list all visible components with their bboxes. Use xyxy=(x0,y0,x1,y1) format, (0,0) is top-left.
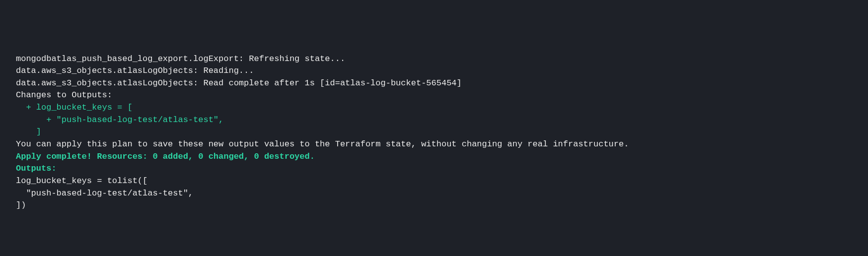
apply-complete-text: Apply complete! Resources: 0 added, 0 ch… xyxy=(16,151,868,163)
output-var-close: ]) xyxy=(16,199,868,212)
terraform-refresh-line: mongodbatlas_push_based_log_export.logEx… xyxy=(16,53,868,65)
changes-output-value: + "push-based-log-test/atlas-test", xyxy=(16,114,868,127)
terminal-output: mongodbatlas_push_based_log_export.logEx… xyxy=(16,53,868,212)
apply-hint-text: You can apply this plan to save these ne… xyxy=(16,138,868,151)
output-var-line: log_bucket_keys = tolist([ xyxy=(16,175,868,188)
changes-output-line: + log_bucket_keys = [ xyxy=(16,102,868,114)
output-var-value: "push-based-log-test/atlas-test", xyxy=(16,188,868,200)
outputs-header: Outputs: xyxy=(16,163,868,175)
terraform-read-complete-line: data.aws_s3_objects.atlasLogObjects: Rea… xyxy=(16,77,868,90)
changes-output-close: ] xyxy=(16,126,868,138)
terraform-reading-line: data.aws_s3_objects.atlasLogObjects: Rea… xyxy=(16,65,868,77)
changes-header: Changes to Outputs: xyxy=(16,89,868,102)
